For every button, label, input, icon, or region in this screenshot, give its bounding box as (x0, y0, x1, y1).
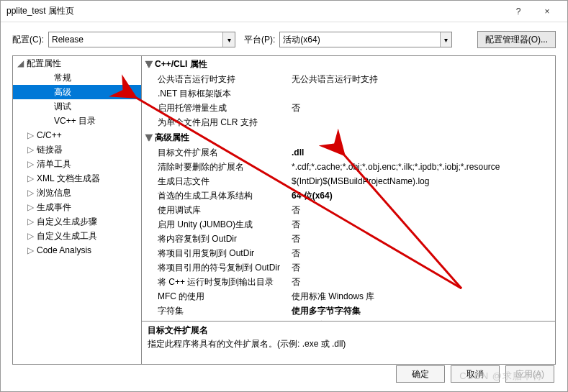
property-value[interactable]: 否 (292, 204, 555, 216)
expand-icon: ▷ (27, 216, 35, 227)
property-label: 公共语言运行时支持 (142, 73, 292, 86)
tree-item[interactable]: 高级 (13, 85, 141, 99)
description-panel: 目标文件扩展名 指定此程序将具有的文件扩展名。(示例: .exe 或 .dll) (142, 321, 555, 364)
expand-icon: ▷ (27, 130, 35, 140)
tree-item[interactable]: ▷链接器 (13, 142, 141, 157)
expand-icon: ◢ (17, 58, 24, 68)
chevron-down-icon[interactable] (440, 32, 452, 47)
property-row[interactable]: 将 C++ 运行时复制到输出目录否 (142, 275, 555, 289)
tree-item[interactable]: ◢配置属性 (13, 56, 141, 70)
tree-item-label: C/C++ (37, 130, 62, 140)
property-label: 首选的生成工具体系结构 (142, 190, 292, 202)
property-row[interactable]: MFC 的使用使用标准 Windows 库 (142, 289, 555, 304)
property-value[interactable]: 无公共语言运行时支持 (292, 73, 555, 86)
chevron-down-icon[interactable] (222, 32, 235, 47)
toolbar: 配置(C): 平台(P): 配置管理器(O)... (1, 22, 567, 55)
collapse-icon: ⯆ (145, 132, 155, 142)
property-label: 将项目引用复制到 OutDir (142, 247, 292, 260)
dialog-footer: 确定 取消 应用(A) (396, 365, 554, 383)
property-value[interactable]: 使用标准 Windows 库 (292, 291, 555, 303)
property-value[interactable]: 64 位(x64) (292, 190, 555, 202)
property-row[interactable]: 生成日志文件$(IntDir)$(MSBuildProjectName).log (142, 174, 555, 188)
tree-item-label: 配置属性 (27, 58, 61, 70)
tree-item-label: 浏览信息 (37, 187, 71, 199)
property-row[interactable]: 将项目引用复制到 OutDir否 (142, 246, 555, 260)
property-label: 启用托管增量生成 (142, 102, 292, 114)
tree-item[interactable]: ▷浏览信息 (13, 186, 141, 200)
tree-item[interactable]: ▷自定义生成步骤 (13, 214, 141, 229)
property-value[interactable]: .dll (292, 147, 555, 158)
property-label: 启用 Unity (JUMBO)生成 (142, 219, 292, 231)
platform-input[interactable] (280, 32, 439, 47)
tree-item[interactable]: ▷生成事件 (13, 200, 141, 214)
tree-item-label: 常规 (54, 72, 71, 84)
property-value[interactable]: 否 (292, 276, 555, 288)
property-group-header[interactable]: ⯆C++/CLI 属性 (142, 56, 555, 72)
main-area: ◢配置属性常规高级调试VC++ 目录▷C/C++▷链接器▷清单工具▷XML 文档… (1, 55, 567, 365)
property-row[interactable]: 公共语言运行时支持无公共语言运行时支持 (142, 72, 555, 86)
property-label: 生成日志文件 (142, 176, 292, 188)
property-row[interactable]: .NET 目标框架版本 (142, 86, 555, 101)
property-value[interactable]: *.cdf;*.cache;*.obj;*.obj.enc;*.ilk;*.ip… (292, 162, 555, 172)
expand-icon: ▷ (27, 188, 35, 198)
property-value[interactable]: 否 (292, 219, 555, 231)
description-text: 指定此程序将具有的文件扩展名。(示例: .exe 或 .dll) (148, 338, 549, 350)
property-label: 目标文件扩展名 (142, 147, 292, 159)
tree-item-label: 高级 (54, 86, 71, 99)
property-label: 将 C++ 运行时复制到输出目录 (142, 276, 292, 288)
expand-icon: ▷ (27, 202, 35, 212)
property-value[interactable]: 使用多字节字符集 (292, 305, 555, 317)
tree-item-label: 调试 (54, 101, 71, 113)
tree-item-label: 自定义生成工具 (37, 230, 97, 242)
tree-item[interactable]: ▷XML 文档生成器 (13, 171, 141, 186)
help-button[interactable]: ? (504, 1, 533, 22)
tree-item-label: 生成事件 (37, 201, 71, 214)
property-row[interactable]: 启用托管增量生成否 (142, 101, 555, 115)
platform-combo[interactable] (279, 32, 452, 47)
property-value[interactable]: 否 (292, 247, 555, 260)
tree-item[interactable]: ▷C/C++ (13, 128, 141, 142)
window-title: pplite_test 属性页 (6, 5, 504, 17)
property-row[interactable]: 启用 Unity (JUMBO)生成否 (142, 217, 555, 232)
tree-item[interactable]: 调试 (13, 99, 141, 114)
property-value[interactable]: 否 (292, 262, 555, 274)
tree-item[interactable]: ▷自定义生成工具 (13, 229, 141, 243)
config-manager-button[interactable]: 配置管理器(O)... (477, 31, 556, 48)
property-label: MFC 的使用 (142, 291, 292, 303)
property-label: .NET 目标框架版本 (142, 88, 292, 100)
property-value[interactable]: 否 (292, 102, 555, 114)
config-combo[interactable] (48, 32, 235, 47)
description-title: 目标文件扩展名 (148, 324, 549, 337)
apply-button[interactable]: 应用(A) (505, 365, 554, 383)
property-group-header[interactable]: ⯆高级属性 (142, 129, 555, 145)
tree-item[interactable]: ▷清单工具 (13, 157, 141, 171)
property-row[interactable]: 为单个文件启用 CLR 支持 (142, 115, 555, 129)
property-row[interactable]: 清除时要删除的扩展名*.cdf;*.cache;*.obj;*.obj.enc;… (142, 160, 555, 174)
config-label: 配置(C): (12, 34, 44, 46)
config-input[interactable] (49, 32, 222, 47)
close-button[interactable]: × (533, 1, 562, 22)
property-label: 使用调试库 (142, 204, 292, 216)
tree-item-label: XML 文档生成器 (37, 173, 100, 185)
tree-item-label: Code Analysis (37, 245, 91, 255)
property-row[interactable]: 字符集使用多字节字符集 (142, 304, 555, 318)
property-label: 将项目引用的符号复制到 OutDir (142, 262, 292, 274)
property-row[interactable]: 目标文件扩展名.dll (142, 145, 555, 160)
config-tree[interactable]: ◢配置属性常规高级调试VC++ 目录▷C/C++▷链接器▷清单工具▷XML 文档… (12, 55, 142, 365)
group-title: 高级属性 (155, 132, 189, 144)
tree-item[interactable]: VC++ 目录 (13, 114, 141, 128)
property-value[interactable]: $(IntDir)$(MSBuildProjectName).log (292, 176, 555, 186)
property-row[interactable]: 使用调试库否 (142, 203, 555, 217)
property-panel: ⯆C++/CLI 属性公共语言运行时支持无公共语言运行时支持.NET 目标框架版… (142, 55, 556, 365)
expand-icon: ▷ (27, 231, 35, 241)
cancel-button[interactable]: 取消 (451, 365, 500, 383)
ok-button[interactable]: 确定 (396, 365, 445, 383)
property-value[interactable]: 否 (292, 233, 555, 245)
tree-item[interactable]: ▷Code Analysis (13, 243, 141, 257)
property-row[interactable]: 将内容复制到 OutDir否 (142, 232, 555, 246)
property-row[interactable]: 将项目引用的符号复制到 OutDir否 (142, 260, 555, 275)
property-grid[interactable]: ⯆C++/CLI 属性公共语言运行时支持无公共语言运行时支持.NET 目标框架版… (142, 56, 555, 321)
expand-icon: ▷ (27, 173, 35, 183)
property-row[interactable]: 首选的生成工具体系结构64 位(x64) (142, 188, 555, 203)
tree-item[interactable]: 常规 (13, 70, 141, 85)
